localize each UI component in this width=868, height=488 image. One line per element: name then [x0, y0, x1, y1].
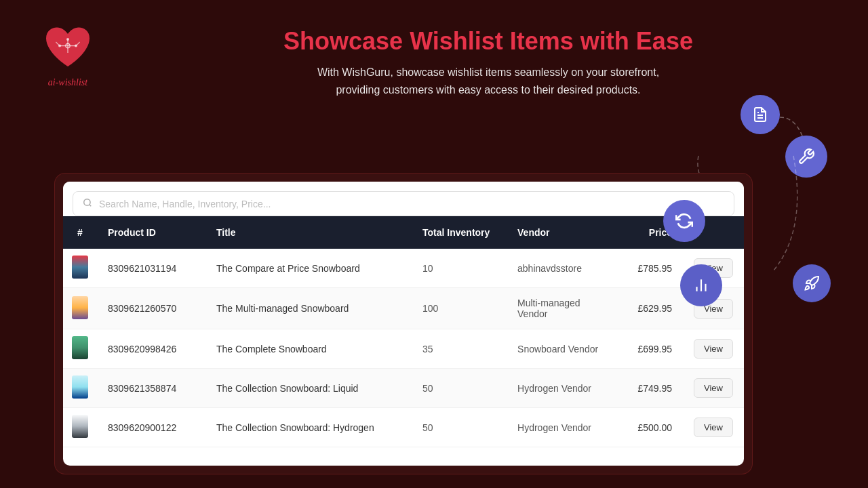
table-wrapper: # Product ID Title Total Inventory Vendo… [63, 216, 744, 460]
logo-text: ai-wishlist [48, 77, 87, 88]
product-vendor: Multi-managed Vendor [507, 288, 615, 329]
product-price: £629.95 [615, 288, 683, 329]
product-inventory: 50 [412, 408, 507, 447]
product-thumb [72, 415, 88, 438]
product-thumb-cell [63, 329, 97, 369]
table-row: 8309621358874The Collection Snowboard: L… [63, 369, 744, 408]
product-thumb-cell [63, 288, 97, 329]
table-row: 8309620900122The Collection Snowboard: H… [63, 408, 744, 447]
product-thumb [72, 336, 88, 359]
product-inventory: 100 [412, 288, 507, 329]
product-price: £699.95 [615, 329, 683, 369]
col-inventory: Total Inventory [412, 216, 507, 249]
product-price: £749.95 [615, 369, 683, 408]
header: ai-wishlist Showcase Wishlist Items with… [0, 0, 868, 112]
product-action-cell: View [683, 369, 744, 408]
product-id: 8309620998426 [97, 329, 205, 369]
product-thumb [72, 296, 88, 319]
page-title: Showcase Wishlist Items with Ease [136, 27, 841, 56]
float-icon-2 [785, 136, 827, 178]
product-thumb [72, 256, 88, 279]
col-vendor: Vendor [507, 216, 615, 249]
headline-area: Showcase Wishlist Items with Ease With W… [136, 20, 841, 98]
product-vendor: Hydrogen Vendor [507, 369, 615, 408]
view-button[interactable]: View [694, 418, 733, 437]
col-hash: # [63, 216, 97, 249]
search-container: Search Name, Handle, Inventory, Price... [63, 182, 744, 216]
col-title: Title [205, 216, 412, 249]
main-card-outer: Search Name, Handle, Inventory, Price...… [54, 173, 753, 474]
float-icon-rocket [793, 264, 831, 302]
col-product-id: Product ID [97, 216, 205, 249]
float-icon-1 [741, 95, 780, 134]
product-thumb [72, 375, 88, 399]
product-vendor: abhinavdsstore [507, 249, 615, 288]
view-button[interactable]: View [694, 378, 733, 398]
products-table: # Product ID Title Total Inventory Vendo… [63, 216, 744, 447]
product-title: The Compare at Price Snowboard [205, 249, 412, 288]
table-row: 8309620998426The Complete Snowboard35Sno… [63, 329, 744, 369]
product-title: The Collection Snowboard: Hydrogen [205, 408, 412, 447]
product-thumb-cell [63, 249, 97, 288]
product-action-cell: View [683, 329, 744, 369]
svg-line-14 [90, 205, 92, 207]
product-id: 8309620900122 [97, 408, 205, 447]
float-icon-sync [663, 200, 705, 242]
product-price: £785.95 [615, 249, 683, 288]
svg-point-13 [84, 199, 90, 205]
product-vendor: Hydrogen Vendor [507, 408, 615, 447]
product-id: 8309621031194 [97, 249, 205, 288]
table-row: 8309621031194The Compare at Price Snowbo… [63, 249, 744, 288]
product-price: £500.00 [615, 408, 683, 447]
table-header: # Product ID Title Total Inventory Vendo… [63, 216, 744, 249]
search-placeholder: Search Name, Handle, Inventory, Price... [99, 199, 271, 209]
product-thumb-cell [63, 408, 97, 447]
product-inventory: 10 [412, 249, 507, 288]
product-id: 8309621358874 [97, 369, 205, 408]
inner-card: Search Name, Handle, Inventory, Price...… [63, 182, 744, 466]
product-thumb-cell [63, 369, 97, 408]
product-action-cell: View [683, 408, 744, 447]
search-icon [83, 198, 92, 209]
table-row: 8309621260570The Multi-managed Snowboard… [63, 288, 744, 329]
product-title: The Complete Snowboard [205, 329, 412, 369]
svg-point-5 [66, 38, 69, 41]
logo-icon [41, 20, 95, 75]
page-subtitle: With WishGuru, showcase wishlist items s… [136, 64, 841, 98]
product-title: The Collection Snowboard: Liquid [205, 369, 412, 408]
product-id: 8309621260570 [97, 288, 205, 329]
outer-card: Search Name, Handle, Inventory, Price...… [54, 173, 753, 474]
product-title: The Multi-managed Snowboard [205, 288, 412, 329]
table-body: 8309621031194The Compare at Price Snowbo… [63, 249, 744, 447]
float-icon-chart [680, 264, 722, 306]
view-button[interactable]: View [694, 339, 733, 359]
product-vendor: Snowboard Vendor [507, 329, 615, 369]
product-inventory: 50 [412, 369, 507, 408]
product-inventory: 35 [412, 329, 507, 369]
logo-area: ai-wishlist [27, 20, 108, 88]
search-bar[interactable]: Search Name, Handle, Inventory, Price... [73, 191, 734, 216]
